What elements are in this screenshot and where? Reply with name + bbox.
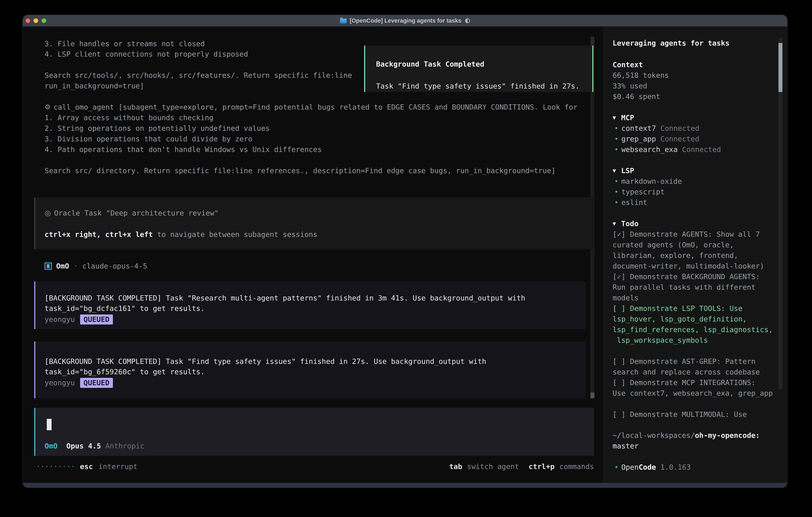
terminal-line: Search src/ directory. Return specific f… [45,165,556,176]
bullet-icon: • [614,187,618,197]
message-line: [BACKGROUND TASK COMPLETED] Task "Resear… [45,293,525,303]
maximize-button[interactable] [41,19,46,23]
key-esc-label: interrupt [98,461,138,472]
section-todo[interactable]: ▼Todo [613,218,639,229]
mcp-item: •grep_appConnected [614,134,699,144]
folder-icon [340,19,347,23]
omo-agent-icon [45,263,52,270]
app-name: Open [621,463,639,471]
terminal-line: 1. Array access without bounds checking [45,112,213,123]
key-ctrlp: ctrl+p [529,461,555,472]
toast-body: Task "Find type safety issues" finished … [376,81,580,91]
message-author: yeongyu [45,377,75,388]
oracle-hint: to navigate between subagent sessions [153,230,318,239]
terminal-line: run_in_background=true] [45,81,144,91]
bullet-icon: • [614,176,618,187]
toast-title: Background Task Completed [376,59,484,70]
terminal-line: 4. Path operations that don't handle Win… [45,144,322,155]
mcp-name: context7 [621,123,656,134]
lsp-item: •markdown-oxide [614,176,682,187]
section-mcp[interactable]: ▼MCP [613,112,634,123]
agent-name: OmO [56,261,69,271]
mcp-item: •context7Connected [614,123,699,134]
toast-notification: Background Task Completed Task "Find typ… [364,46,593,92]
message-line: task_id="bg_dcfac161" to get results. [45,303,205,314]
lsp-name: eslint [621,197,647,208]
window-title-group: [OpenCode] Leveraging agents for tasks [340,18,470,24]
section-todo-label: Todo [621,218,639,229]
message-background-task-1: [BACKGROUND TASK COMPLETED] Task "Resear… [34,281,586,329]
chat-scrollbar-thumb-top[interactable] [590,36,594,46]
terminal-line: 2. String operations on potentially unde… [45,123,270,134]
lsp-name: typescript [621,187,665,197]
mcp-name: websearch_exa [621,144,678,155]
sidebar-scrollbar-thumb[interactable] [778,43,782,92]
mcp-item: •websearch_exaConnected [614,144,721,155]
workspace-path: ~/local-workspaces/oh-my-opencode: [613,430,760,441]
message-author: yeongyu [45,314,75,325]
bullet-icon: • [614,134,618,144]
mcp-status: Connected [660,134,699,144]
input-model-label: Opus 4.5 [66,441,101,451]
titlebar[interactable]: [OpenCode] Leveraging agents for tasks [23,15,787,27]
version-item: •OpenCode1.0.163 [614,462,691,472]
chevron-down-icon: ▼ [613,218,616,229]
app-name-bold: Code [639,463,656,471]
window-footer [23,483,787,488]
bullet-icon: • [614,144,618,155]
terminal-line: 3. Division operations that could divide… [45,134,252,144]
status-bar: ·········escinterrupt tabswitch agentctr… [36,461,594,472]
message-meta: yeongyuQUEUED [45,314,113,325]
key-tab: tab [449,461,462,472]
key-ctrlp-label: commands [559,461,594,472]
section-lsp-label: LSP [621,165,634,176]
app-version: 1.0.163 [660,462,691,472]
lsp-name: markdown-oxide [621,176,682,187]
message-meta: yeongyuQUEUED [45,377,113,388]
status-badge: QUEUED [80,378,113,388]
gear-icon: ⚙ [45,102,51,112]
window-title: [OpenCode] Leveraging agents for tasks [350,18,461,24]
oracle-title: Oracle Task "Deep architecture review" [54,208,219,218]
key-esc: esc [80,461,93,472]
chevron-down-icon: ▼ [613,112,616,123]
input-agent-label: OmO [45,441,58,451]
model-row: OmOOpus 4.5Anthropic [45,441,144,451]
workspace-branch: master [613,441,639,451]
input-provider-label: Anthropic [105,441,144,451]
sidebar: Leveraging agents for tasks Context 66,5… [603,15,787,483]
mcp-name: grep_app [621,134,656,144]
window-controls [26,15,46,26]
terminal-line: 4. LSP client connections not properly d… [45,49,248,59]
agent-header: OmO · claude-opus-4-5 [45,261,147,271]
section-mcp-label: MCP [621,112,634,123]
progress-icon [465,19,470,23]
todo-pending-lines: [ ] Demonstrate AST-GREP: Pattern search… [613,356,773,399]
section-lsp[interactable]: ▼LSP [613,165,634,176]
prompt-input[interactable]: OmOOpus 4.5Anthropic [34,408,594,456]
bullet-icon: • [614,197,618,208]
text-cursor [47,419,52,430]
terminal-line: ⚙call_omo_agent [subagent_type=explore, … [45,102,577,112]
chevron-down-icon: ▼ [613,165,616,176]
todo-pending-lines: [ ] Demonstrate MULTIMODAL: Use [613,409,747,419]
bullet-icon: • [614,123,618,134]
context-tokens: 66,518 tokens [613,70,669,81]
chat-scrollbar-thumb[interactable] [590,392,594,398]
mcp-status: Connected [682,144,721,155]
opencode-window: 3. File handles or streams not closed 4.… [23,15,787,488]
agent-separator: · [74,261,78,271]
status-badge: QUEUED [80,315,113,324]
lsp-item: •typescript [614,187,665,197]
message-line: task_id="bg_6f59260c" to get results. [45,366,205,377]
tool-call-text: call_omo_agent [subagent_type=explore, p… [53,102,577,112]
context-spent: $0.46 spent [613,91,660,102]
message-line: [BACKGROUND TASK COMPLETED] Task "Find t… [45,356,486,366]
minimize-button[interactable] [34,19,38,23]
close-button[interactable] [26,19,30,23]
todo-done-lines: [✓] Demonstrate AGENTS: Show all 7 curat… [613,229,764,303]
agent-model: claude-opus-4-5 [82,261,147,271]
message-background-task-2: [BACKGROUND TASK COMPLETED] Task "Find t… [34,342,586,398]
todo-active-lines: [ ] Demonstrate LSP TOOLS: Use lsp_hover… [613,303,773,346]
session-title: Leveraging agents for tasks [613,38,729,48]
